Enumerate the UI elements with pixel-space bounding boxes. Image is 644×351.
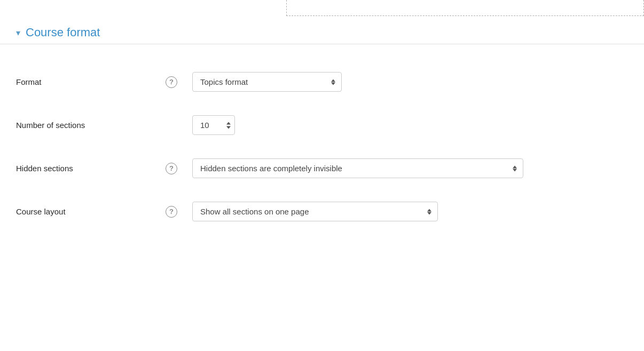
label-course-layout: Course layout [16, 207, 166, 216]
form-row-format: Format ? Topics format Weekly format Soc… [16, 60, 628, 103]
control-format: Topics format Weekly format Social forma… [192, 72, 628, 92]
number-wrapper-sections [192, 115, 235, 135]
collapse-arrow-icon[interactable]: ▾ [16, 28, 20, 38]
format-select[interactable]: Topics format Weekly format Social forma… [192, 72, 342, 92]
control-hidden-sections: Hidden sections are completely invisible… [192, 158, 628, 178]
label-format: Format [16, 77, 166, 86]
select-wrapper-hidden-sections: Hidden sections are completely invisible… [192, 158, 523, 178]
help-icon-format[interactable]: ? [166, 76, 177, 88]
label-sections: Number of sections [16, 121, 166, 130]
dashed-box [286, 0, 644, 16]
control-course-layout: Show all sections on one page Show one s… [192, 202, 628, 221]
help-hidden-sections: ? [166, 163, 192, 174]
label-hidden-sections: Hidden sections [16, 164, 166, 173]
top-area [0, 0, 644, 21]
help-format: ? [166, 76, 192, 88]
help-icon-course-layout[interactable]: ? [166, 206, 177, 218]
form-row-hidden-sections: Hidden sections ? Hidden sections are co… [16, 147, 628, 190]
page-container: ▾ Course format Format ? Topics format W… [0, 0, 644, 351]
form-row-sections: Number of sections [16, 103, 628, 147]
section-title: Course format [26, 26, 100, 39]
hidden-sections-select[interactable]: Hidden sections are completely invisible… [192, 158, 523, 178]
section-header: ▾ Course format [0, 21, 644, 44]
spinner-up-icon[interactable] [226, 122, 231, 124]
select-wrapper-course-layout: Show all sections on one page Show one s… [192, 202, 438, 221]
course-layout-select[interactable]: Show all sections on one page Show one s… [192, 202, 438, 221]
number-spinners-sections[interactable] [226, 122, 231, 129]
spinner-down-icon[interactable] [226, 126, 231, 129]
control-sections [192, 115, 628, 135]
help-icon-hidden-sections[interactable]: ? [166, 163, 177, 174]
select-wrapper-format: Topics format Weekly format Social forma… [192, 72, 342, 92]
form-body: Format ? Topics format Weekly format Soc… [0, 44, 644, 249]
form-row-course-layout: Course layout ? Show all sections on one… [16, 190, 628, 233]
help-course-layout: ? [166, 206, 192, 218]
